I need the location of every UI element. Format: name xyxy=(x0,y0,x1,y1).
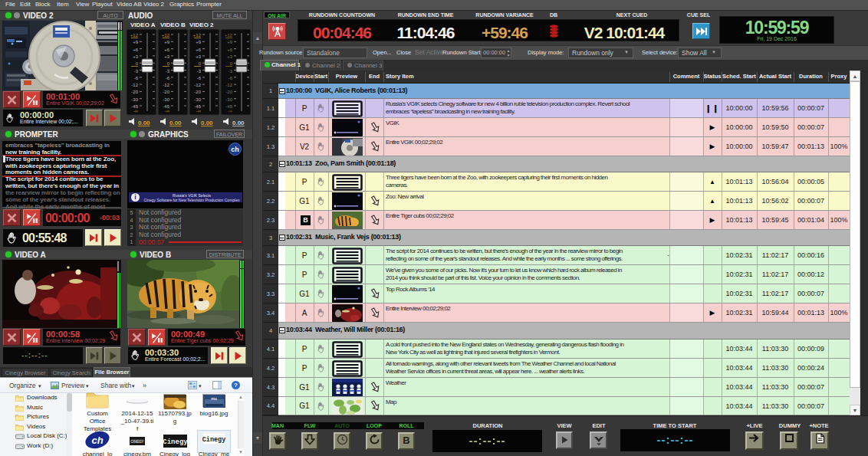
svg-text:+3: +3 xyxy=(227,54,233,59)
svg-text:-3: -3 xyxy=(166,69,170,74)
svg-text:-30: -30 xyxy=(131,97,138,102)
svg-text:-30: -30 xyxy=(194,97,201,102)
svg-text:CINEGY: CINEGY xyxy=(130,440,143,444)
svg-text:+12: +12 xyxy=(193,33,202,38)
svg-text:ch: ch xyxy=(231,146,239,153)
svg-text:ch: ch xyxy=(91,435,103,446)
svg-text:+12: +12 xyxy=(162,33,170,38)
svg-text:-12: -12 xyxy=(163,83,169,87)
svg-text:0.00: 0.00 xyxy=(138,120,150,126)
svg-text:-30: -30 xyxy=(163,97,169,102)
svg-text:-∞: -∞ xyxy=(196,109,201,113)
svg-text:+6: +6 xyxy=(227,48,233,52)
svg-text:-∞: -∞ xyxy=(133,109,138,113)
svg-text:+12: +12 xyxy=(130,33,139,38)
svg-text:-20: -20 xyxy=(194,90,201,94)
svg-text:Cinegy: Cinegy xyxy=(163,438,187,446)
svg-text:0.00: 0.00 xyxy=(201,120,213,126)
svg-text:-6: -6 xyxy=(166,76,170,80)
svg-text:-3: -3 xyxy=(134,69,139,74)
svg-text:-30: -30 xyxy=(225,97,232,102)
svg-text:-12: -12 xyxy=(194,83,201,87)
svg-text:-6: -6 xyxy=(197,76,202,80)
svg-text:+6: +6 xyxy=(164,48,170,52)
svg-text:-20: -20 xyxy=(131,90,138,94)
svg-text:+6: +6 xyxy=(196,48,202,52)
svg-text:mu: mu xyxy=(211,396,217,401)
svg-text:+12: +12 xyxy=(225,33,233,38)
svg-text:+9: +9 xyxy=(227,40,233,44)
svg-text:0.00: 0.00 xyxy=(232,120,245,126)
svg-text:-3: -3 xyxy=(197,69,202,74)
svg-text:+3: +3 xyxy=(164,54,170,59)
svg-text:-20: -20 xyxy=(163,90,169,94)
svg-text:0.00: 0.00 xyxy=(169,120,182,126)
svg-text:+9: +9 xyxy=(196,40,202,44)
svg-text:+6: +6 xyxy=(133,48,139,52)
svg-text:-3: -3 xyxy=(229,69,233,74)
svg-text:+3: +3 xyxy=(133,54,139,59)
svg-text:-∞: -∞ xyxy=(165,109,169,113)
svg-text:+9: +9 xyxy=(133,40,139,44)
svg-text:-6: -6 xyxy=(134,76,139,80)
svg-text:Cinegy: Cinegy xyxy=(202,436,225,444)
svg-text:-12: -12 xyxy=(131,83,138,87)
svg-text:-20: -20 xyxy=(225,90,232,94)
svg-text:+9: +9 xyxy=(164,40,170,44)
svg-text:-12: -12 xyxy=(225,83,232,87)
svg-text:-6: -6 xyxy=(229,76,233,80)
svg-text:B: B xyxy=(403,435,409,446)
svg-text:-∞: -∞ xyxy=(228,109,232,113)
svg-text:+3: +3 xyxy=(196,54,202,59)
